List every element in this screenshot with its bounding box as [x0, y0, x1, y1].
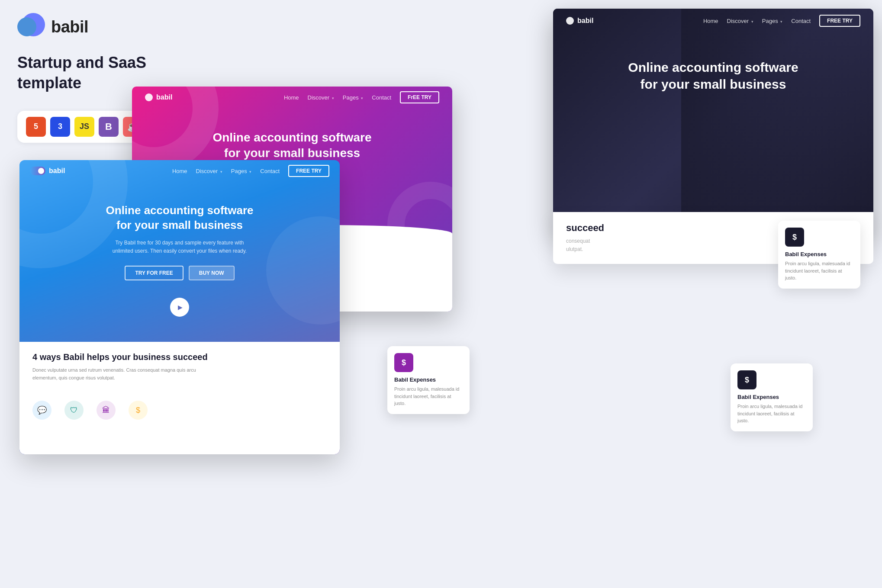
pink-cta-button[interactable]: FrEE TRY: [400, 91, 439, 103]
right-expenses-card: $ Babil Expenses Proin arcu ligula, male…: [731, 363, 813, 431]
dark-nav-pages[interactable]: Pages ▾: [762, 18, 783, 24]
right-card-title: Babil Expenses: [737, 394, 806, 400]
chat-icon: 💬: [32, 401, 52, 420]
pink-expenses-card: $ Babil Expenses Proin arcu ligula, male…: [387, 346, 470, 414]
dollar-icon: $: [129, 401, 148, 420]
blue-template: babil Home Discover ▾ Pages ▾ Contact FR…: [19, 160, 340, 454]
pink-nav-home[interactable]: Home: [284, 94, 299, 101]
blue-nav-contact[interactable]: Contact: [260, 168, 280, 174]
dark-nav-discover[interactable]: Discover ▾: [727, 18, 753, 24]
play-button[interactable]: [170, 298, 189, 317]
logo-circle-front: [17, 17, 36, 36]
blue-icons-row: 💬 🛡 🏛 $: [19, 392, 340, 420]
blue-hero-subtitle: Try Babil free for 30 days and sample ev…: [106, 239, 253, 255]
blue-hero: Online accounting software for your smal…: [19, 182, 340, 289]
blue-section-subtitle: Donec vulputate urna sed rutrum venenati…: [32, 366, 206, 382]
dark-logo: babil: [566, 17, 593, 25]
dark-nav-contact[interactable]: Contact: [791, 18, 811, 24]
dark-template-content: babil Home Discover ▾ Pages ▾ Contact FR…: [553, 9, 873, 106]
blue-nav-pages[interactable]: Pages ▾: [231, 168, 252, 174]
blue-hero-title: Online accounting software for your smal…: [32, 203, 327, 233]
pink-nav: babil Home Discover ▾ Pages ▾ Contact Fr…: [132, 87, 452, 108]
buy-now-button[interactable]: BUY NOW: [189, 266, 235, 280]
dark-hero: Online accounting software for your smal…: [553, 33, 873, 106]
js-badge: JS: [74, 117, 94, 137]
dark-white-section: succeed consequat ulutpat. $ Babil Expen…: [553, 212, 873, 264]
bootstrap-badge: B: [99, 117, 119, 137]
blue-nav-links: Home Discover ▾ Pages ▾ Contact FREE TRY: [172, 165, 329, 177]
bank-icon: 🏛: [97, 401, 116, 420]
html5-badge: 5: [26, 117, 46, 137]
dark-logo-name: babil: [577, 17, 593, 25]
pink-card-title: Babil Expenses: [394, 376, 463, 383]
pink-nav-discover[interactable]: Discover ▾: [308, 94, 334, 101]
blue-cta-button[interactable]: FREE TRY: [288, 165, 329, 177]
dark-hero-title: Online accounting software for your smal…: [566, 59, 860, 93]
css3-badge: 3: [50, 117, 70, 137]
blue-content: babil Home Discover ▾ Pages ▾ Contact FR…: [19, 160, 340, 317]
discover-arrow-icon: ▾: [751, 19, 753, 24]
blue-icon-2: 🛡: [64, 401, 84, 420]
dark-expenses-card: $ Babil Expenses Proin arcu ligula, male…: [778, 221, 860, 289]
dark-template: babil Home Discover ▾ Pages ▾ Contact FR…: [553, 9, 873, 234]
pink-card-icon-box: $: [394, 353, 413, 372]
pages-arrow-icon: ▾: [780, 19, 782, 24]
blue-section-title: 4 ways Babil helps your business succeed: [32, 352, 327, 362]
blue-discover-arrow: ▾: [220, 170, 222, 174]
right-card-icon-box: $: [737, 370, 756, 389]
dark-cta-button[interactable]: FREE TRY: [819, 15, 860, 27]
dark-logo-dot: [566, 17, 574, 25]
blue-icon-1: 💬: [32, 401, 52, 420]
dark-nav-home[interactable]: Home: [703, 18, 718, 24]
dark-card-text: Proin arcu ligula, malesuada id tincidun…: [785, 260, 853, 282]
blue-white-section: 4 ways Babil helps your business succeed…: [19, 342, 340, 454]
shield-icon: 🛡: [64, 401, 84, 420]
logo-icon: [17, 13, 45, 41]
pink-nav-contact[interactable]: Contact: [372, 94, 391, 101]
dark-card-icon-box: $: [785, 228, 804, 247]
blue-pages-arrow: ▾: [249, 170, 251, 174]
dark-nav: babil Home Discover ▾ Pages ▾ Contact FR…: [553, 9, 873, 33]
blue-logo-toggle: babil: [30, 167, 65, 175]
blue-nav-discover[interactable]: Discover ▾: [196, 168, 222, 174]
dark-card-title: Babil Expenses: [785, 251, 853, 257]
pink-hero-title: Online accounting software for your smal…: [145, 130, 439, 161]
dark-nav-links: Home Discover ▾ Pages ▾ Contact FREE TRY: [703, 15, 860, 27]
right-card-text: Proin arcu ligula, malesuada id tincidun…: [737, 403, 806, 424]
pink-discover-arrow: ▾: [332, 96, 334, 100]
logo-row: babil: [17, 13, 234, 41]
blue-nav-home[interactable]: Home: [172, 168, 187, 174]
pink-logo: babil: [145, 93, 172, 101]
pink-content: babil Home Discover ▾ Pages ▾ Contact Fr…: [132, 87, 452, 170]
logo-text: babil: [51, 18, 88, 36]
pink-logo-name: babil: [156, 93, 172, 101]
pink-pages-arrow: ▾: [361, 96, 363, 100]
toggle-pill[interactable]: [30, 167, 45, 175]
pink-logo-dot: [145, 93, 153, 101]
blue-white-content: 4 ways Babil helps your business succeed…: [19, 342, 340, 392]
pink-card-text: Proin arcu ligula, malesuada id tincidun…: [394, 386, 463, 407]
pink-nav-links: Home Discover ▾ Pages ▾ Contact FrEE TRY: [284, 91, 439, 103]
blue-nav: babil Home Discover ▾ Pages ▾ Contact FR…: [19, 160, 340, 182]
pink-nav-pages[interactable]: Pages ▾: [343, 94, 364, 101]
blue-logo-name: babil: [49, 167, 65, 175]
blue-icon-3: 🏛: [97, 401, 116, 420]
blue-icon-4: $: [129, 401, 148, 420]
try-free-button[interactable]: TRY FOR FREE: [125, 266, 183, 280]
blue-hero-buttons: TRY FOR FREE BUY NOW: [32, 266, 327, 280]
